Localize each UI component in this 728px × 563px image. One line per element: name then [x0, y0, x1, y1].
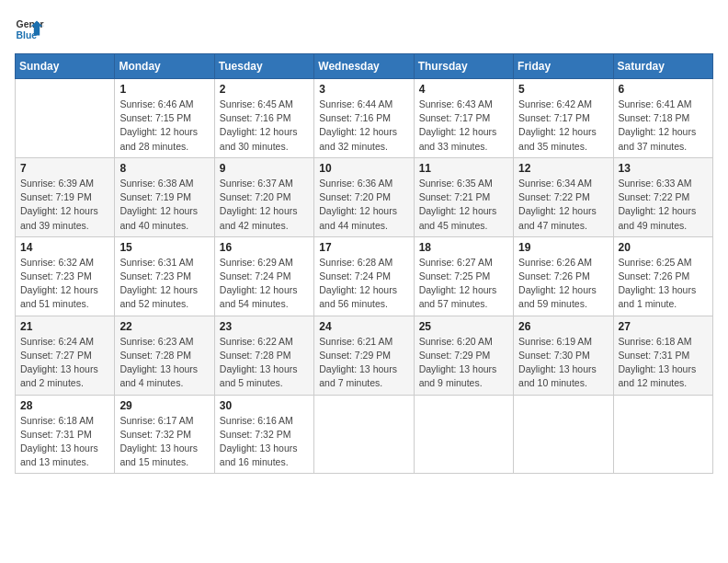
day-number: 6: [619, 83, 708, 96]
calendar-cell: 28Sunrise: 6:18 AM Sunset: 7:31 PM Dayli…: [16, 395, 115, 474]
col-header-friday: Friday: [514, 54, 613, 79]
day-info: Sunrise: 6:39 AM Sunset: 7:19 PM Dayligh…: [20, 177, 109, 233]
calendar-cell: 13Sunrise: 6:33 AM Sunset: 7:22 PM Dayli…: [613, 157, 712, 236]
day-info: Sunrise: 6:26 AM Sunset: 7:26 PM Dayligh…: [518, 256, 608, 312]
day-number: 4: [419, 83, 508, 96]
col-header-wednesday: Wednesday: [314, 54, 414, 79]
calendar-header: SundayMondayTuesdayWednesdayThursdayFrid…: [16, 54, 713, 79]
day-number: 7: [20, 162, 109, 175]
day-number: 20: [619, 241, 708, 254]
calendar-cell: 1Sunrise: 6:46 AM Sunset: 7:15 PM Daylig…: [115, 79, 214, 158]
calendar-cell: 19Sunrise: 6:26 AM Sunset: 7:26 PM Dayli…: [514, 236, 613, 316]
day-number: 27: [619, 320, 708, 333]
calendar-cell: 29Sunrise: 6:17 AM Sunset: 7:32 PM Dayli…: [115, 395, 214, 474]
day-info: Sunrise: 6:22 AM Sunset: 7:28 PM Dayligh…: [220, 335, 309, 391]
day-number: 16: [220, 241, 309, 254]
calendar-cell: 9Sunrise: 6:37 AM Sunset: 7:20 PM Daylig…: [214, 157, 313, 236]
calendar-table: SundayMondayTuesdayWednesdayThursdayFrid…: [15, 53, 713, 474]
day-info: Sunrise: 6:20 AM Sunset: 7:29 PM Dayligh…: [419, 335, 508, 391]
day-info: Sunrise: 6:45 AM Sunset: 7:16 PM Dayligh…: [220, 98, 309, 154]
col-header-tuesday: Tuesday: [214, 54, 313, 79]
calendar-cell: 11Sunrise: 6:35 AM Sunset: 7:21 PM Dayli…: [414, 157, 513, 236]
calendar-cell: [613, 395, 712, 474]
calendar-cell: 18Sunrise: 6:27 AM Sunset: 7:25 PM Dayli…: [414, 236, 513, 316]
calendar-cell: 21Sunrise: 6:24 AM Sunset: 7:27 PM Dayli…: [16, 316, 115, 395]
day-number: 18: [419, 241, 508, 254]
day-number: 24: [319, 320, 408, 333]
calendar-cell: 3Sunrise: 6:44 AM Sunset: 7:16 PM Daylig…: [314, 79, 414, 158]
day-number: 10: [319, 162, 408, 175]
day-number: 1: [119, 83, 209, 96]
day-info: Sunrise: 6:42 AM Sunset: 7:17 PM Dayligh…: [518, 98, 608, 154]
calendar-cell: [514, 395, 613, 474]
calendar-cell: 15Sunrise: 6:31 AM Sunset: 7:23 PM Dayli…: [115, 236, 214, 316]
day-info: Sunrise: 6:35 AM Sunset: 7:21 PM Dayligh…: [419, 177, 508, 233]
day-number: 26: [518, 320, 608, 333]
col-header-saturday: Saturday: [613, 54, 712, 79]
day-info: Sunrise: 6:19 AM Sunset: 7:30 PM Dayligh…: [518, 335, 608, 391]
week-row-1: 1Sunrise: 6:46 AM Sunset: 7:15 PM Daylig…: [16, 79, 713, 158]
calendar-cell: 2Sunrise: 6:45 AM Sunset: 7:16 PM Daylig…: [214, 79, 313, 158]
calendar-cell: [314, 395, 414, 474]
day-info: Sunrise: 6:34 AM Sunset: 7:22 PM Dayligh…: [518, 177, 608, 233]
day-info: Sunrise: 6:29 AM Sunset: 7:24 PM Dayligh…: [220, 256, 309, 312]
calendar-cell: 26Sunrise: 6:19 AM Sunset: 7:30 PM Dayli…: [514, 316, 613, 395]
day-info: Sunrise: 6:43 AM Sunset: 7:17 PM Dayligh…: [419, 98, 508, 154]
week-row-5: 28Sunrise: 6:18 AM Sunset: 7:31 PM Dayli…: [16, 395, 713, 474]
day-info: Sunrise: 6:46 AM Sunset: 7:15 PM Dayligh…: [119, 98, 209, 154]
logo: General Blue: [15, 15, 44, 44]
day-number: 9: [220, 162, 309, 175]
day-number: 17: [319, 241, 408, 254]
day-info: Sunrise: 6:33 AM Sunset: 7:22 PM Dayligh…: [619, 177, 708, 233]
calendar-cell: 17Sunrise: 6:28 AM Sunset: 7:24 PM Dayli…: [314, 236, 414, 316]
day-number: 30: [220, 399, 309, 412]
day-info: Sunrise: 6:23 AM Sunset: 7:28 PM Dayligh…: [119, 335, 209, 391]
day-number: 8: [119, 162, 209, 175]
day-number: 19: [518, 241, 608, 254]
day-number: 2: [220, 83, 309, 96]
day-info: Sunrise: 6:36 AM Sunset: 7:20 PM Dayligh…: [319, 177, 408, 233]
day-number: 25: [419, 320, 508, 333]
day-info: Sunrise: 6:31 AM Sunset: 7:23 PM Dayligh…: [119, 256, 209, 312]
col-header-monday: Monday: [115, 54, 214, 79]
calendar-cell: 8Sunrise: 6:38 AM Sunset: 7:19 PM Daylig…: [115, 157, 214, 236]
day-info: Sunrise: 6:28 AM Sunset: 7:24 PM Dayligh…: [319, 256, 408, 312]
day-number: 21: [20, 320, 109, 333]
day-number: 29: [119, 399, 209, 412]
day-number: 14: [20, 241, 109, 254]
calendar-cell: 6Sunrise: 6:41 AM Sunset: 7:18 PM Daylig…: [613, 79, 712, 158]
day-info: Sunrise: 6:27 AM Sunset: 7:25 PM Dayligh…: [419, 256, 508, 312]
calendar-cell: [16, 79, 115, 158]
day-number: 5: [518, 83, 608, 96]
page-header: General Blue: [15, 15, 713, 44]
day-number: 23: [220, 320, 309, 333]
calendar-cell: 27Sunrise: 6:18 AM Sunset: 7:31 PM Dayli…: [613, 316, 712, 395]
calendar-cell: 12Sunrise: 6:34 AM Sunset: 7:22 PM Dayli…: [514, 157, 613, 236]
day-info: Sunrise: 6:38 AM Sunset: 7:19 PM Dayligh…: [119, 177, 209, 233]
day-info: Sunrise: 6:18 AM Sunset: 7:31 PM Dayligh…: [20, 414, 109, 470]
day-info: Sunrise: 6:21 AM Sunset: 7:29 PM Dayligh…: [319, 335, 408, 391]
day-info: Sunrise: 6:37 AM Sunset: 7:20 PM Dayligh…: [220, 177, 309, 233]
calendar-cell: 10Sunrise: 6:36 AM Sunset: 7:20 PM Dayli…: [314, 157, 414, 236]
day-info: Sunrise: 6:24 AM Sunset: 7:27 PM Dayligh…: [20, 335, 109, 391]
calendar-cell: 5Sunrise: 6:42 AM Sunset: 7:17 PM Daylig…: [514, 79, 613, 158]
week-row-3: 14Sunrise: 6:32 AM Sunset: 7:23 PM Dayli…: [16, 236, 713, 316]
calendar-cell: 25Sunrise: 6:20 AM Sunset: 7:29 PM Dayli…: [414, 316, 513, 395]
day-number: 13: [619, 162, 708, 175]
day-info: Sunrise: 6:16 AM Sunset: 7:32 PM Dayligh…: [220, 414, 309, 470]
logo-icon: General Blue: [15, 15, 44, 44]
calendar-cell: 14Sunrise: 6:32 AM Sunset: 7:23 PM Dayli…: [16, 236, 115, 316]
calendar-cell: 23Sunrise: 6:22 AM Sunset: 7:28 PM Dayli…: [214, 316, 313, 395]
day-number: 3: [319, 83, 408, 96]
calendar-cell: 20Sunrise: 6:25 AM Sunset: 7:26 PM Dayli…: [613, 236, 712, 316]
day-info: Sunrise: 6:18 AM Sunset: 7:31 PM Dayligh…: [619, 335, 708, 391]
calendar-cell: 4Sunrise: 6:43 AM Sunset: 7:17 PM Daylig…: [414, 79, 513, 158]
day-info: Sunrise: 6:32 AM Sunset: 7:23 PM Dayligh…: [20, 256, 109, 312]
week-row-4: 21Sunrise: 6:24 AM Sunset: 7:27 PM Dayli…: [16, 316, 713, 395]
day-info: Sunrise: 6:44 AM Sunset: 7:16 PM Dayligh…: [319, 98, 408, 154]
col-header-thursday: Thursday: [414, 54, 513, 79]
day-info: Sunrise: 6:25 AM Sunset: 7:26 PM Dayligh…: [619, 256, 708, 312]
day-number: 22: [119, 320, 209, 333]
calendar-cell: 22Sunrise: 6:23 AM Sunset: 7:28 PM Dayli…: [115, 316, 214, 395]
calendar-cell: 30Sunrise: 6:16 AM Sunset: 7:32 PM Dayli…: [214, 395, 313, 474]
